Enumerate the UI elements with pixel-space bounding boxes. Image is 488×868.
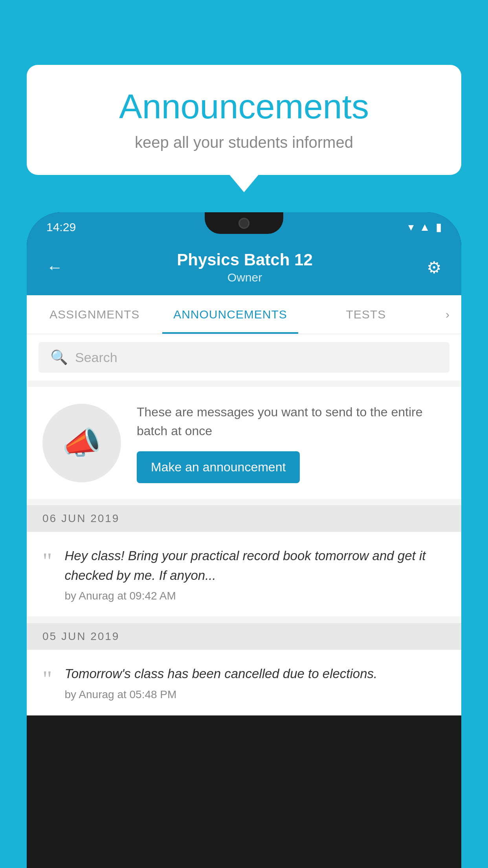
- promo-card: 📣 These are messages you want to send to…: [27, 387, 461, 499]
- speech-bubble: Announcements keep all your students inf…: [27, 65, 461, 175]
- announcement-text-2: Tomorrow's class has been cancelled due …: [65, 664, 446, 701]
- app-header: ← Physics Batch 12 Owner ⚙: [27, 242, 461, 295]
- quote-icon-1: ": [42, 549, 52, 573]
- tab-announcements[interactable]: ANNOUNCEMENTS: [162, 295, 298, 334]
- date-divider-1: 06 JUN 2019: [27, 505, 461, 532]
- announcement-text-1: Hey class! Bring your practical record b…: [65, 546, 446, 602]
- search-container: 🔍 Search: [27, 334, 461, 381]
- back-button[interactable]: ←: [46, 258, 63, 277]
- bubble-subtitle: keep all your students informed: [50, 134, 438, 151]
- announcement-meta-2: by Anurag at 05:48 PM: [65, 688, 446, 701]
- wifi-icon: ▾: [408, 221, 414, 234]
- promo-right: These are messages you want to send to t…: [137, 403, 446, 483]
- status-icons: ▾ ▲ ▮: [408, 221, 442, 234]
- announcement-item-1: " Hey class! Bring your practical record…: [27, 532, 461, 617]
- status-bar: 14:29 ▾ ▲ ▮: [27, 212, 461, 242]
- bubble-title: Announcements: [50, 86, 438, 127]
- settings-button[interactable]: ⚙: [427, 258, 442, 277]
- announcement-message-2: Tomorrow's class has been cancelled due …: [65, 664, 446, 684]
- phone-frame: 14:29 ▾ ▲ ▮ ← Physics Batch 12 Owner ⚙ A…: [27, 212, 461, 868]
- tab-assignments[interactable]: ASSIGNMENTS: [27, 295, 162, 334]
- phone-mockup: 14:29 ▾ ▲ ▮ ← Physics Batch 12 Owner ⚙ A…: [27, 212, 461, 868]
- phone-camera: [238, 218, 250, 229]
- promo-description: These are messages you want to send to t…: [137, 403, 446, 440]
- signal-icon: ▲: [419, 221, 430, 234]
- announcement-message-1: Hey class! Bring your practical record b…: [65, 546, 446, 585]
- promo-icon-circle: 📣: [42, 404, 121, 482]
- search-icon: 🔍: [50, 349, 68, 366]
- search-placeholder: Search: [75, 350, 117, 365]
- battery-icon: ▮: [436, 221, 442, 234]
- date-divider-2: 05 JUN 2019: [27, 623, 461, 650]
- header-title: Physics Batch 12: [177, 250, 313, 269]
- tab-tests[interactable]: TESTS: [298, 295, 434, 334]
- announcement-item-2: " Tomorrow's class has been cancelled du…: [27, 650, 461, 715]
- tab-more[interactable]: ›: [434, 295, 461, 334]
- phone-content: 🔍 Search 📣 These are messages you want t…: [27, 334, 461, 715]
- make-announcement-button[interactable]: Make an announcement: [137, 451, 300, 483]
- speech-bubble-container: Announcements keep all your students inf…: [27, 65, 461, 175]
- header-subtitle: Owner: [177, 271, 313, 284]
- phone-notch: [205, 212, 283, 234]
- search-bar[interactable]: 🔍 Search: [39, 342, 449, 373]
- announcement-meta-1: by Anurag at 09:42 AM: [65, 590, 446, 602]
- status-time: 14:29: [46, 221, 76, 234]
- tabs-bar: ASSIGNMENTS ANNOUNCEMENTS TESTS ›: [27, 295, 461, 334]
- header-center: Physics Batch 12 Owner: [177, 250, 313, 284]
- quote-icon-2: ": [42, 667, 52, 691]
- megaphone-icon: 📣: [62, 425, 101, 462]
